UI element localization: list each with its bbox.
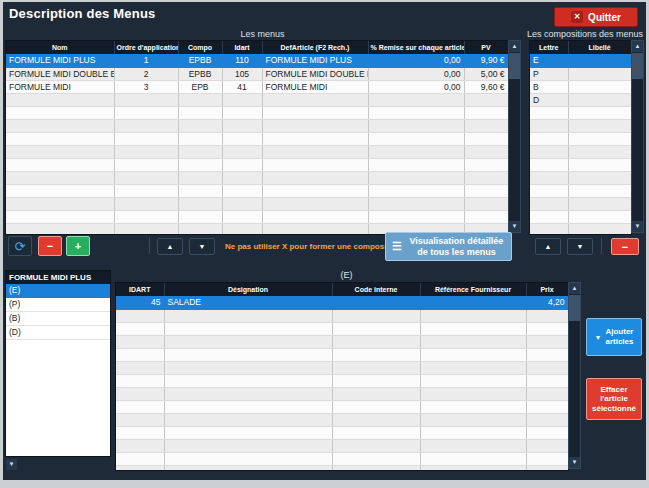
articles-table-caption: (E) [115, 270, 578, 280]
cell-libelle [568, 67, 631, 80]
table-row[interactable]: FORMULE MIDI PLUS 1 EPBB 110 FORMULE MID… [6, 54, 508, 67]
empty-row [6, 106, 508, 119]
empty-row [116, 413, 568, 426]
articles-scrollbar[interactable]: ▲ ▼ [568, 282, 581, 469]
add-articles-icon: ▼ [595, 334, 602, 341]
menus-table-scrollbar[interactable]: ▲ ▼ [508, 40, 521, 233]
empty-row [530, 223, 631, 235]
scroll-up-icon[interactable]: ▲ [569, 283, 580, 294]
table-row[interactable]: FORMULE MIDI DOUBLE B 2 EPBB 105 FORMULE… [6, 67, 508, 80]
cell-prix: 4,20 [526, 296, 568, 309]
add-articles-label: Ajouter articles [605, 327, 633, 346]
cell-remise: 0,00 [368, 54, 464, 67]
list-item[interactable]: (D) [6, 326, 110, 340]
empty-row [530, 145, 631, 158]
list-item[interactable]: (E) [6, 284, 110, 298]
cell-nom: FORMULE MIDI [6, 80, 114, 93]
table-row[interactable]: B [530, 80, 631, 93]
scroll-thumb[interactable] [632, 53, 643, 79]
cell-compo: EPBB [178, 67, 222, 80]
scroll-up-icon[interactable]: ▲ [632, 41, 643, 52]
move-menu-down-button[interactable]: ▼ [189, 238, 215, 255]
empty-row [116, 374, 568, 387]
table-row[interactable]: D [530, 93, 631, 106]
column-header-compo: Compo [178, 41, 222, 54]
empty-row [116, 361, 568, 374]
empty-row [530, 119, 631, 132]
move-composition-down-button[interactable]: ▼ [567, 238, 593, 255]
empty-row [6, 93, 508, 106]
move-composition-up-button[interactable]: ▲ [535, 238, 561, 255]
scroll-down-icon[interactable]: ▼ [569, 457, 580, 468]
add-articles-button[interactable]: ▼ Ajouter articles [586, 318, 642, 356]
scroll-thumb[interactable] [569, 295, 580, 321]
empty-row [6, 132, 508, 145]
delete-article-button[interactable]: Effacer l'article sélectionné [586, 378, 642, 420]
visualisation-button-label: Visualisation détaillée de tous les menu… [408, 236, 505, 257]
compositions-header-row: Lettre Libellé [530, 41, 631, 54]
list-scroll-down-icon[interactable]: ▼ [6, 459, 17, 470]
cell-compo: EPB [178, 80, 222, 93]
list-item[interactable]: (B) [6, 312, 110, 326]
cell-code [332, 296, 420, 309]
cell-pv: 5,00 € [464, 67, 508, 80]
quit-button[interactable]: ✕ Quitter [554, 7, 638, 27]
empty-row [6, 210, 508, 223]
column-header-idart: IDART [116, 283, 164, 296]
quit-button-label: Quitter [588, 12, 621, 23]
empty-row [6, 197, 508, 210]
empty-row [6, 119, 508, 132]
empty-row [6, 171, 508, 184]
scroll-down-icon[interactable]: ▼ [509, 221, 520, 232]
cell-ref [420, 296, 526, 309]
table-row[interactable]: 45 SALADE 4,20 [116, 296, 568, 309]
arrow-up-icon: ▲ [167, 243, 174, 250]
empty-row [530, 197, 631, 210]
refresh-button[interactable]: ⟳ [8, 236, 32, 256]
cell-idart: 41 [222, 80, 262, 93]
articles-header-row: IDART Désignation Code interne Référence… [116, 283, 568, 296]
list-item[interactable]: (P) [6, 298, 110, 312]
cell-nom: FORMULE MIDI PLUS [6, 54, 114, 67]
toolbar-divider [601, 238, 602, 254]
scroll-up-icon[interactable]: ▲ [509, 41, 520, 52]
visualisation-button[interactable]: ☰ Visualisation détaillée de tous les me… [385, 232, 512, 261]
minus-icon: − [47, 240, 53, 252]
compositions-scrollbar[interactable]: ▲ ▼ [631, 40, 644, 233]
compositions-table: Lettre Libellé E P B [529, 40, 632, 235]
remove-composition-button[interactable]: − [611, 238, 639, 255]
cell-lettre: P [530, 67, 568, 80]
scroll-thumb[interactable] [509, 53, 520, 79]
table-row[interactable]: P [530, 67, 631, 80]
cell-ordre: 1 [114, 54, 178, 67]
cell-idart: 45 [116, 296, 164, 309]
move-menu-up-button[interactable]: ▲ [157, 238, 183, 255]
remove-menu-button[interactable]: − [38, 236, 62, 256]
column-header-designation: Désignation [164, 283, 332, 296]
list-icon: ☰ [392, 240, 402, 253]
close-icon: ✕ [571, 11, 583, 23]
column-header-ordre: Ordre d'application [114, 41, 178, 54]
table-row[interactable]: FORMULE MIDI 3 EPB 41 FORMULE MIDI 0,00 … [6, 80, 508, 93]
table-row[interactable]: E [530, 54, 631, 67]
menus-header-row: Nom Ordre d'application Compo Idart DefA… [6, 41, 508, 54]
empty-row [6, 158, 508, 171]
empty-row [530, 158, 631, 171]
menus-table: Nom Ordre d'application Compo Idart DefA… [5, 40, 509, 235]
cell-designation: SALADE [164, 296, 332, 309]
articles-table: IDART Désignation Code interne Référence… [115, 282, 569, 471]
app-window: Description des Menus ✕ Quitter Les menu… [0, 0, 649, 488]
empty-row [116, 322, 568, 335]
add-menu-button[interactable]: + [66, 236, 90, 256]
scroll-down-icon[interactable]: ▼ [632, 221, 643, 232]
empty-row [116, 400, 568, 413]
cell-remise: 0,00 [368, 67, 464, 80]
column-header-defarticle: DefArticle (F2 Rech.) [262, 41, 368, 54]
arrow-up-icon: ▲ [545, 243, 552, 250]
empty-row [6, 184, 508, 197]
page-title: Description des Menus [9, 6, 156, 21]
menus-table-caption: Les menus [5, 29, 520, 39]
plus-icon: + [75, 240, 81, 252]
column-header-code: Code interne [332, 283, 420, 296]
cell-defarticle: FORMULE MIDI [262, 80, 368, 93]
